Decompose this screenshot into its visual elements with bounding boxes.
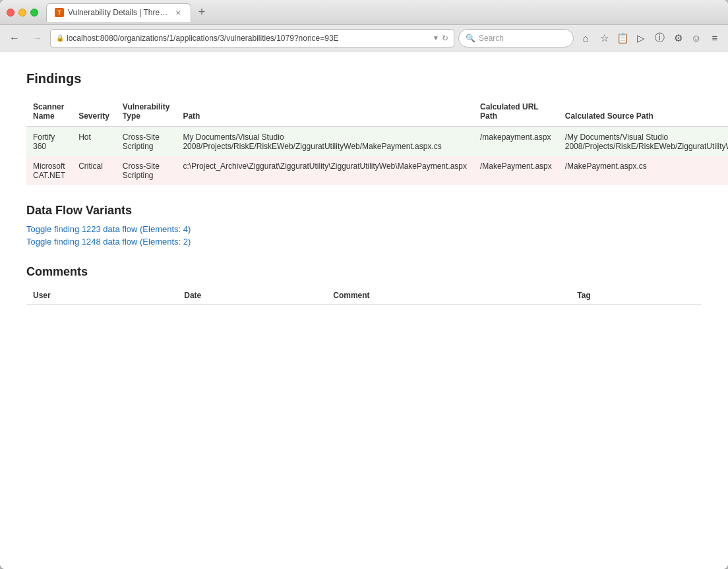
active-tab[interactable]: T Vulnerability Details | Threa... ✕ xyxy=(46,3,191,22)
cell-calcsrc: /MakePayment.aspx.cs xyxy=(559,156,728,185)
tab-title: Vulnerability Details | Threa... xyxy=(68,8,169,17)
browser-window: T Vulnerability Details | Threa... ✕ + ←… xyxy=(0,0,728,569)
cell-calcurl: /makepayment.aspx xyxy=(473,127,559,156)
cell-calcurl: /MakePayment.aspx xyxy=(473,156,559,185)
comments-col-user: User xyxy=(26,287,177,305)
col-header-path: Path xyxy=(176,97,473,127)
table-row: Microsoft CAT.NETCriticalCross-Site Scri… xyxy=(26,156,728,185)
findings-title: Findings xyxy=(26,71,702,86)
comments-section: Comments User Date Comment Tag xyxy=(26,265,702,305)
back-button[interactable]: ← xyxy=(5,29,24,47)
cell-path: c:\Project_Archive\Ziggurat\ZigguratUtil… xyxy=(176,156,473,185)
cell-scanner: Fortify 360 xyxy=(26,127,72,156)
comments-col-tag: Tag xyxy=(570,287,702,305)
save-icon[interactable]: 📋 xyxy=(615,30,630,46)
url-lock-icon: 🔒 xyxy=(56,34,64,42)
tab-close-button[interactable]: ✕ xyxy=(173,8,183,17)
data-flow-title: Data Flow Variants xyxy=(26,204,702,218)
cell-path: My Documents/Visual Studio 2008/Projects… xyxy=(176,127,473,156)
user-icon[interactable]: ☺ xyxy=(688,30,704,46)
cell-severity: Critical xyxy=(72,156,116,185)
cell-vulntype: Cross-Site Scripting xyxy=(116,127,177,156)
toggle-link-1223[interactable]: Toggle finding 1223 data flow (Elements:… xyxy=(26,224,702,234)
col-header-vulntype: Vulnerability Type xyxy=(116,97,177,127)
col-header-calcurl: Calculated URL Path xyxy=(473,97,559,127)
comments-title: Comments xyxy=(26,265,702,279)
comments-col-comment: Comment xyxy=(326,287,570,305)
col-header-scanner: Scanner Name xyxy=(26,97,72,127)
table-row: Fortify 360HotCross-Site ScriptingMy Doc… xyxy=(26,127,728,156)
nav-bar: ← → 🔒 localhost:8080/organizations/1/app… xyxy=(0,25,728,51)
title-bar: T Vulnerability Details | Threa... ✕ + xyxy=(0,0,728,25)
nav-icons: ⌂ ☆ 📋 ▷ ⓘ ⚙ ☺ ≡ xyxy=(578,30,723,46)
page-content: Findings Scanner Name Severity Vulnerabi… xyxy=(0,51,728,569)
cell-scanner: Microsoft CAT.NET xyxy=(26,156,72,185)
home-icon[interactable]: ⌂ xyxy=(578,30,593,46)
cell-severity: Hot xyxy=(72,127,116,156)
tab-bar: T Vulnerability Details | Threa... ✕ + xyxy=(46,3,721,22)
menu-icon[interactable]: ≡ xyxy=(707,30,723,46)
tab-favicon: T xyxy=(55,8,64,17)
forward-button[interactable]: → xyxy=(28,29,46,47)
data-flow-section: Data Flow Variants Toggle finding 1223 d… xyxy=(26,204,702,247)
traffic-lights xyxy=(7,9,38,16)
cell-calcsrc: /My Documents/Visual Studio 2008/Project… xyxy=(559,127,728,156)
search-icon: 🔍 xyxy=(466,34,475,43)
share-icon[interactable]: ▷ xyxy=(633,30,649,46)
search-placeholder: Search xyxy=(479,34,504,43)
url-dropdown-icon[interactable]: ▼ xyxy=(433,34,439,42)
url-text: localhost:8080/organizations/1/applicati… xyxy=(67,34,430,43)
new-tab-button[interactable]: + xyxy=(194,5,210,20)
extensions-icon[interactable]: ⚙ xyxy=(670,30,686,46)
minimize-button[interactable] xyxy=(18,9,26,16)
url-bar[interactable]: 🔒 localhost:8080/organizations/1/applica… xyxy=(50,29,454,47)
col-header-severity: Severity xyxy=(72,97,116,127)
findings-table: Scanner Name Severity Vulnerability Type… xyxy=(26,97,728,185)
close-button[interactable] xyxy=(7,9,15,16)
comments-col-date: Date xyxy=(177,287,326,305)
info-icon[interactable]: ⓘ xyxy=(652,30,667,46)
comments-table: User Date Comment Tag xyxy=(26,287,702,305)
maximize-button[interactable] xyxy=(30,9,38,16)
findings-section: Findings Scanner Name Severity Vulnerabi… xyxy=(26,71,702,185)
refresh-button[interactable]: ↻ xyxy=(442,34,448,43)
bookmark-icon[interactable]: ☆ xyxy=(596,30,612,46)
search-bar[interactable]: 🔍 Search xyxy=(458,29,574,47)
cell-vulntype: Cross-Site Scripting xyxy=(116,156,177,185)
col-header-calcsrc: Calculated Source Path xyxy=(559,97,728,127)
toggle-link-1248[interactable]: Toggle finding 1248 data flow (Elements:… xyxy=(26,237,702,247)
